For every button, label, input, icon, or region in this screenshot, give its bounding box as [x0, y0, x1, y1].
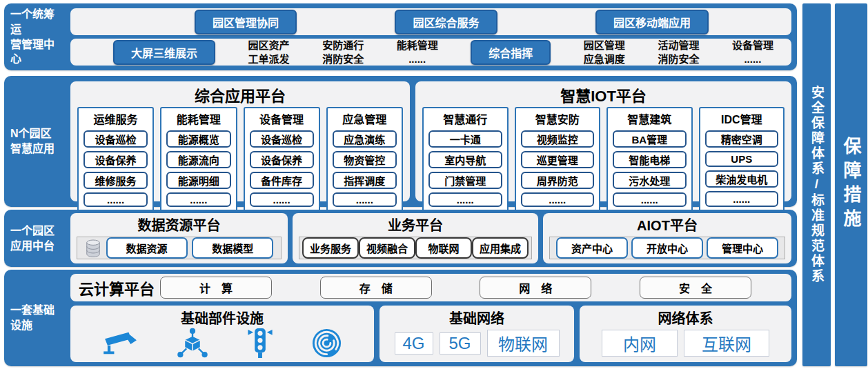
video-fusion-pill[interactable]: 视频融合 [359, 237, 415, 259]
4g-pill[interactable]: 4G [395, 332, 433, 355]
smart-security-column: 智慧安防 视频监控 巡更管理 周界防范 ...... [515, 107, 601, 213]
feature-pill[interactable]: 精密空调 [705, 130, 779, 148]
feature-pill[interactable]: 周界防范 [521, 172, 595, 189]
feature-pill[interactable]: ...... [705, 191, 779, 207]
feature-pill[interactable]: 应急演练 [333, 130, 397, 148]
mgmt-center-pill[interactable]: 管理中心 [707, 237, 778, 259]
basic-network-panel: 基础网络 4G 5G 物联网 [379, 306, 574, 362]
feature-pill[interactable]: 柴油发电机 [705, 170, 779, 188]
park-comprehensive-service-button[interactable]: 园区综合服务 [395, 10, 497, 34]
comprehensive-app-platform-panel: 综合应用平台 运维服务 设备巡检 设备保养 维修服务 ...... 能耗管理 能… [70, 81, 410, 201]
big-screen-3d-button[interactable]: 大屏三维展示 [113, 40, 215, 65]
business-service-pill[interactable]: 业务服务 [302, 237, 359, 259]
integrated-command-button[interactable]: 综合指挥 [471, 40, 551, 65]
feature-pill[interactable]: 设备保养 [83, 151, 148, 168]
energy-management-text: 能耗管理 ...... [397, 39, 438, 66]
internet-pill[interactable]: 互联网 [684, 330, 769, 357]
smart-iot-columns: 智慧通行 一卡通 室内导航 门禁管理 ...... 智慧安防 视频监控 巡更管理… [415, 107, 791, 219]
band1-label-line2: 营管理中心 [10, 37, 65, 67]
band1-label: 一个统筹运 营管理中心 [4, 3, 65, 70]
basic-network-pills: 4G 5G 物联网 [379, 328, 574, 362]
band2-content: 综合应用平台 运维服务 设备巡检 设备保养 维修服务 ...... 能耗管理 能… [65, 76, 797, 207]
cloud-platform-row: 云计算平台 计 算 存 储 网 络 安 全 [70, 274, 791, 301]
aiot-platform-inner: 资产中心 开放中心 管理中心 [549, 237, 785, 259]
smart-park-architecture-diagram: 一个统筹运 营管理中心 园区管理协同 园区综合服务 园区移动端应用 大屏三维展示… [0, 0, 868, 369]
feature-pill[interactable]: ...... [333, 192, 397, 207]
feature-pill[interactable]: 巡更管理 [521, 151, 595, 168]
comprehensive-app-columns: 运维服务 设备巡检 设备保养 维修服务 ...... 能耗管理 能源概览 能源流… [70, 107, 410, 219]
band2-label: N个园区 智慧应用 [4, 76, 65, 207]
feature-pill[interactable]: 设备保养 [250, 151, 314, 168]
data-model-pill[interactable]: 数据模型 [192, 237, 273, 259]
feature-pill[interactable]: 备件库存 [250, 172, 314, 189]
traffic-light-icon [246, 328, 275, 359]
network-system-panel: 网络体系 内网 互联网 [580, 306, 791, 362]
5g-pill[interactable]: 5G [440, 332, 481, 355]
cloud-platform-title: 云计算平台 [79, 277, 155, 299]
cctv-camera-icon [102, 329, 139, 358]
basic-components-panel: 基础部件设施 [70, 306, 374, 362]
band4-label: 一套基础 设施 [4, 270, 65, 366]
security-standards-bar: 安全保障体系/标准规范体系 [802, 3, 831, 366]
emergency-mgmt-column: 应急管理 应急演练 物资管控 指挥调度 ...... [326, 107, 403, 213]
device-mgmt-column: 设备管理 设备巡检 设备保养 备件库存 ...... [244, 107, 320, 213]
iot-pill[interactable]: 物联网 [415, 237, 472, 259]
feature-pill[interactable]: ...... [613, 192, 687, 207]
feature-pill[interactable]: 室内导航 [428, 151, 502, 168]
feature-pill[interactable]: 门禁管理 [428, 172, 502, 189]
park-asset-workorder-text: 园区资产 工单派发 [248, 39, 290, 66]
band-infrastructure: 一套基础 设施 云计算平台 计 算 存 储 网 络 安 全 基础部件设施 [4, 270, 797, 366]
aiot-platform-panel: AIOT平台 资产中心 开放中心 管理中心 [543, 213, 791, 263]
feature-pill[interactable]: ...... [166, 192, 230, 207]
data-resource-pill[interactable]: 数据资源 [106, 237, 188, 259]
energy-mgmt-column: 能耗管理 能源概览 能源流向 能源明细 ...... [160, 107, 237, 213]
device-mgmt-text: 设备管理 ...... [732, 39, 773, 66]
band-smart-applications: N个园区 智慧应用 综合应用平台 运维服务 设备巡检 设备保养 维修服务 ...… [4, 76, 797, 207]
feature-pill[interactable]: 一卡通 [428, 130, 502, 148]
idc-mgmt-column: IDC管理 精密空调 UPS 柴油发电机 ...... [699, 107, 785, 213]
feature-pill[interactable]: 能源流向 [166, 151, 230, 168]
bands-column: 一个统筹运 营管理中心 园区管理协同 园区综合服务 园区移动端应用 大屏三维展示… [4, 3, 797, 366]
feature-pill[interactable]: 物资管控 [333, 151, 397, 168]
network-button[interactable]: 网 络 [480, 277, 591, 299]
network-node-icon [176, 328, 209, 359]
park-mobile-app-button[interactable]: 园区移动端应用 [595, 10, 709, 34]
feature-pill[interactable]: 能源明细 [166, 172, 230, 189]
comprehensive-app-platform-title: 综合应用平台 [70, 81, 410, 107]
feature-pill[interactable]: 设备巡检 [83, 130, 148, 148]
network-system-pills: 内网 互联网 [580, 328, 791, 362]
intranet-pill[interactable]: 内网 [602, 330, 678, 357]
feature-pill[interactable]: 能源概览 [166, 130, 230, 148]
app-integration-pill[interactable]: 应用集成 [472, 237, 529, 259]
top-functions-row: 大屏三维展示 园区资产 工单派发 安防通行 消防安全 能耗管理 ...... 综… [70, 39, 791, 66]
feature-pill[interactable]: ...... [428, 192, 502, 207]
band1-content: 园区管理协同 园区综合服务 园区移动端应用 大屏三维展示 园区资产 工单派发 安… [65, 3, 797, 70]
open-center-pill[interactable]: 开放中心 [631, 237, 703, 259]
storage-button[interactable]: 存 储 [320, 277, 432, 299]
cloud-buttons: 计 算 存 储 网 络 安 全 [155, 277, 783, 299]
feature-pill[interactable]: 指挥调度 [333, 172, 397, 189]
feature-pill[interactable]: ...... [250, 192, 314, 207]
feature-pill[interactable]: 智能电梯 [613, 151, 687, 168]
feature-pill[interactable]: BA管理 [613, 130, 687, 148]
iot-network-pill[interactable]: 物联网 [487, 330, 560, 357]
security-fire-text: 安防通行 消防安全 [322, 39, 364, 66]
feature-pill[interactable]: 维修服务 [83, 172, 148, 189]
business-platform-inner: 业务服务 视频融合 物联网 应用集成 [299, 237, 532, 259]
compute-button[interactable]: 计 算 [160, 277, 272, 299]
band1-label-line1: 一个统筹运 [10, 7, 65, 37]
infrastructure-bottom-row: 基础部件设施 [70, 306, 791, 362]
security-button[interactable]: 安 全 [640, 277, 751, 299]
feature-pill[interactable]: 污水处理 [613, 172, 687, 189]
feature-pill[interactable]: 视频监控 [521, 130, 595, 148]
feature-pill[interactable]: ...... [521, 192, 595, 207]
activity-fire-text: 活动管理 消防安全 [658, 39, 699, 66]
band3-content: 数据资源平台 数据资源 数据模型 [65, 210, 797, 267]
feature-pill[interactable]: 设备巡检 [250, 130, 314, 148]
asset-center-pill[interactable]: 资产中心 [556, 237, 628, 259]
smart-access-column: 智慧通行 一卡通 室内导航 门禁管理 ...... [422, 107, 509, 213]
park-management-collab-button[interactable]: 园区管理协同 [195, 10, 297, 34]
ops-service-column: 运维服务 设备巡检 设备保养 维修服务 ...... [77, 107, 154, 213]
feature-pill[interactable]: ...... [83, 192, 148, 207]
feature-pill[interactable]: UPS [705, 151, 779, 167]
